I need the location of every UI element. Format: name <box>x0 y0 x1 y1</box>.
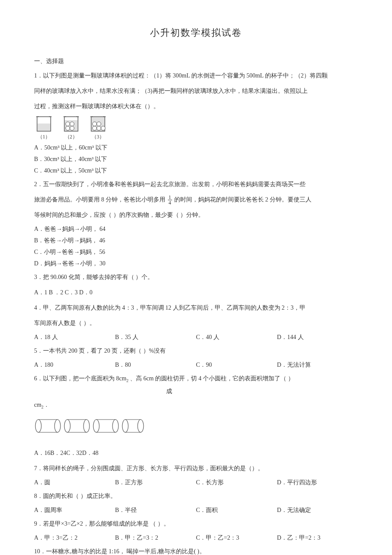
q7-option-a: A．圆 <box>34 478 115 487</box>
q4-option-b: B．35 人 <box>115 333 196 342</box>
q4-options: A．18 人 B．35 人 C．40 人 D．144 人 <box>34 333 358 342</box>
q10-stem: 10．一杯糖水,糖与水的比是 1:16， 喝掉一半后,糖与水的比是( )。 <box>34 546 358 555</box>
q2-option-b: B．爸爸→小明→妈妈， 46 <box>34 236 358 245</box>
q8-options: A．圆周率 B．半径 C．面积 D．无法确定 <box>34 506 358 515</box>
q7-option-d: D．平行四边形 <box>277 478 358 487</box>
q6-pre: 6．以下列图，把一个底面积为 8cm <box>34 375 127 382</box>
page-title: 小升初数学模拟试卷 <box>34 26 358 40</box>
q1-option-a: A．50cm³ 以上，60cm³ 以下 <box>34 143 358 152</box>
q6-unit: cm2． <box>34 399 358 411</box>
q2-option-c: C．小明→爸爸→妈妈， 56 <box>34 247 358 256</box>
frac-den: 4 <box>168 200 172 205</box>
q6-figure <box>34 416 358 439</box>
q5-option-b: B．80 <box>115 360 196 369</box>
q8-option-c: C．面积 <box>196 506 277 515</box>
q5-options: A．180 B．80 C．90 D．无法计算 <box>34 360 358 369</box>
q4-stem-l1: 4．甲、乙两车间原有人数的比为 4：3，甲车间调 12 人到乙车间后，甲、乙两车… <box>34 302 358 314</box>
q8-option-d: D．无法确定 <box>277 506 358 515</box>
q9-option-b: B．甲：乙­=3：2 <box>115 533 196 542</box>
section-heading: 一、选择题 <box>34 57 358 66</box>
q7-options: A．圆 B．正方形 C．长方形 D．平行四边形 <box>34 478 358 487</box>
q5-option-d: D．无法计算 <box>277 360 358 369</box>
beaker-caption: （3） <box>88 133 108 141</box>
q3-options: A．1 B ．2 C．3 D．0 <box>34 287 358 299</box>
svg-point-16 <box>101 126 105 130</box>
q3-stem: 3．把 90.060 化简，能够去掉的零有（ ）个。 <box>34 271 358 283</box>
q6-unit-text: cm <box>34 402 41 408</box>
q1-figure: （1） （2） （3） <box>34 116 358 141</box>
q9-stem: 9．若是甲×3=乙×2，那么能够组成的比率是 （ ）。 <box>34 518 358 530</box>
q9-options: A．甲：3=乙：2 B．甲：乙­=3：2 C．甲：乙=2：3 D．乙：甲=2：3 <box>34 533 358 542</box>
q8-option-a: A．圆周率 <box>34 506 115 515</box>
q5-option-c: C．90 <box>196 360 277 369</box>
q2-option-a: A．爸爸→妈妈→小明， 64 <box>34 224 358 233</box>
beaker-caption: （2） <box>61 133 81 141</box>
beaker-caption: （1） <box>34 133 54 141</box>
q2-post: 的时间，妈妈花的时间要比爸爸长 2 分钟。要使三人 <box>174 196 311 203</box>
q4-stem-l2: 车间原有人数是（ ）。 <box>34 317 358 329</box>
q8-option-b: B．半径 <box>115 506 196 515</box>
sub2: 2 <box>127 378 129 383</box>
svg-rect-1 <box>37 124 50 131</box>
beaker-icon <box>63 116 80 132</box>
q1-stem-l2: 同样的玻璃球放入水中，结果水没有满；（3)再把一颗同样的玻璃球放入水中，结果水满… <box>34 85 358 97</box>
svg-point-8 <box>66 122 70 126</box>
q5-option-a: A．180 <box>34 360 115 369</box>
q9-option-c: C．甲：乙=2：3 <box>196 533 277 542</box>
q1-stem-l3: 过程，推测这样一颗玻璃球的体积大体在（）。 <box>34 101 358 112</box>
svg-point-6 <box>66 126 70 130</box>
q1-option-b: B．30cm³ 以上，40cm³ 以下 <box>34 155 358 164</box>
q4-option-c: C．40 人 <box>196 333 277 342</box>
q4-option-a: A．18 人 <box>34 333 115 342</box>
cylinders-icon <box>34 416 145 436</box>
svg-point-17 <box>92 122 97 126</box>
q1-option-c: C．40cm³ 以上，50cm³ 以下 <box>34 166 358 175</box>
q7-option-c: C．长方形 <box>196 478 277 487</box>
svg-point-22 <box>55 420 61 432</box>
svg-point-33 <box>122 420 128 432</box>
fraction-icon: 1 4 <box>168 195 172 205</box>
q2-pre: 旅游必备用品。小明要用 8 分钟，爸爸比小明多用 <box>34 196 167 203</box>
svg-point-29 <box>93 420 99 432</box>
svg-point-25 <box>64 420 70 432</box>
q5-stem: 5．一本书共 200 页，看了 20 页，还剩（ ）%没有 <box>34 345 358 357</box>
svg-point-26 <box>84 420 89 432</box>
q9-option-a: A．甲：3=乙：2 <box>34 533 115 542</box>
beaker-3: （3） <box>88 116 108 141</box>
svg-point-34 <box>138 420 144 432</box>
q6-options: A．16B．24C．32D．48 <box>34 447 358 459</box>
q7-option-b: B．正方形 <box>115 478 196 487</box>
q1-stem-l1: 1．以下列图是测量一颗玻璃球体积的过程：（1）将 300mL 的水倒进一个容量为… <box>34 70 358 82</box>
q4-option-d: D．144 人 <box>277 333 358 342</box>
q9-option-d: D．乙：甲=2：3 <box>277 533 358 542</box>
svg-point-18 <box>97 122 101 126</box>
q7-stem: 7．将同样长的绳子，分别围成圆、正方形、长方形、平行四边形，面积最大的是（）。 <box>34 463 358 474</box>
sub2: 2 <box>41 405 43 409</box>
svg-point-14 <box>92 126 97 130</box>
q2-stem-l1: 2．五一假期快到了，小明准备和爸爸妈妈一起去北京旅游。出发前，小明和爸爸妈妈需要… <box>34 178 358 190</box>
svg-point-7 <box>70 126 74 130</box>
beaker-1: （1） <box>34 116 54 141</box>
q2-stem-l3: 等候时间的总和最少，应按（ ）的序次购物，最少要（ ）分钟。 <box>34 209 358 221</box>
q6-mid: 、高 6cm 的圆柱切开，切 4 个小圆柱，它的表面积增加了（ ） <box>130 375 294 382</box>
beaker-icon <box>35 116 52 132</box>
q6-stem: 6．以下列图，把一个底面积为 8cm2 、高 6cm 的圆柱切开，切 4 个小圆… <box>34 373 358 385</box>
q6-cheng: 成 <box>166 387 358 396</box>
svg-point-15 <box>97 126 101 130</box>
beaker-icon <box>89 116 107 132</box>
q2-stem-l2: 旅游必备用品。小明要用 8 分钟，爸爸比小明多用 1 4 的时间，妈妈花的时间要… <box>34 194 358 206</box>
svg-point-30 <box>112 420 118 432</box>
q2-option-d: D．妈妈→爸爸→小明， 30 <box>34 259 358 268</box>
beaker-2: （2） <box>61 116 81 141</box>
q8-stem: 8．圆的周长和（ ）成正比率。 <box>34 490 358 502</box>
svg-point-9 <box>70 122 74 126</box>
svg-point-21 <box>35 420 41 432</box>
